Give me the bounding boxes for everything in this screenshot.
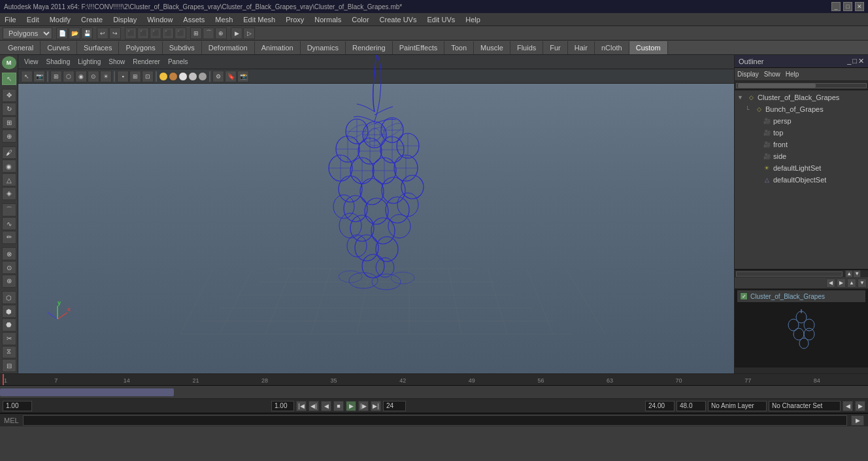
outliner-item-defaultlightset[interactable]: ☀ defaultLightSet [735, 162, 868, 174]
tab-surfaces[interactable]: Surfaces [77, 41, 119, 54]
outliner-menu-help[interactable]: Help [786, 71, 799, 78]
tool-poly-cut[interactable]: ✂ [2, 332, 16, 345]
vp-icon-bookmark[interactable]: 🔖 [225, 71, 237, 82]
toolbar-icon-snap-point[interactable]: ⊕ [215, 27, 227, 39]
vp-menu-show[interactable]: Show [105, 58, 128, 66]
tool-poly-split[interactable]: ⧖ [2, 346, 16, 359]
tool-deform[interactable]: ◈ [2, 187, 16, 200]
toolbar-icon-redo[interactable]: ↪ [109, 27, 121, 39]
tab-curves[interactable]: Curves [41, 41, 77, 54]
tool-move[interactable]: ✥ [2, 89, 16, 102]
menu-mesh[interactable]: Mesh [213, 16, 235, 24]
tool-soft-select[interactable]: ◉ [2, 160, 16, 173]
vp-color-yellow[interactable] [159, 72, 168, 81]
range-end-field[interactable]: 24 [383, 401, 406, 411]
outliner-vscroll[interactable]: ▲ ▼ [735, 269, 868, 277]
outliner-menu-show[interactable]: Show [764, 71, 780, 78]
ob-btn-up[interactable]: ▲ [847, 279, 856, 288]
outliner-item-bunch[interactable]: └ ◇ Bunch_of_Grapes [735, 103, 868, 115]
no-char-set-field[interactable]: No Character Set [769, 401, 841, 411]
vp-icon-panel1[interactable]: ▪ [117, 71, 129, 82]
mel-submit-button[interactable]: ▶ [851, 415, 864, 426]
vp-icon-panel2[interactable]: ⊞ [129, 71, 141, 82]
step-forward-button[interactable]: |▶ [358, 401, 369, 411]
menu-assets[interactable]: Assets [181, 16, 207, 24]
vp-menu-renderer[interactable]: Renderer [129, 58, 163, 66]
vp-icon-capture[interactable]: 📸 [237, 71, 249, 82]
menu-edit-mesh[interactable]: Edit Mesh [241, 16, 277, 24]
toolbar-icon-snap-curve[interactable]: ⌒ [203, 27, 214, 39]
tab-general[interactable]: General [1, 41, 41, 54]
menu-modify[interactable]: Modify [48, 16, 73, 24]
toolbar-icon-2[interactable]: ⬛ [137, 27, 149, 39]
tool-pencil[interactable]: ✏ [2, 231, 16, 244]
outliner-close[interactable]: ✕ [858, 57, 864, 65]
vp-icon-smooth[interactable]: ◉ [75, 71, 87, 82]
vp-color-darkgray[interactable] [198, 72, 207, 81]
tool-paint[interactable]: 🖌 [2, 146, 16, 160]
tab-rendering[interactable]: Rendering [346, 41, 393, 54]
timeline-track[interactable] [0, 386, 868, 399]
toolbar-icon-ipr[interactable]: ▷ [243, 27, 255, 39]
toolbar-icon-1[interactable]: ⬛ [125, 27, 137, 39]
vp-icon-camera[interactable]: 📷 [33, 71, 45, 82]
stop-button[interactable]: ■ [333, 401, 344, 411]
scroll-right-button[interactable]: ▶ [855, 401, 865, 411]
viewport[interactable]: View Shading Lighting Show Renderer Pane… [18, 55, 734, 373]
step-back-button[interactable]: ◀| [309, 401, 319, 411]
mode-dropdown[interactable]: Polygons [3, 27, 52, 39]
jump-start-button[interactable]: |◀ [296, 401, 307, 411]
maya-logo[interactable]: M [2, 56, 16, 69]
menu-edit-uvs[interactable]: Edit UVs [425, 16, 457, 24]
tool-bind[interactable]: ⊛ [2, 275, 16, 288]
outliner-item-persp[interactable]: 🎥 persp [735, 115, 868, 127]
ob-btn-left[interactable]: ◀ [826, 279, 835, 288]
outliner-item-side[interactable]: 🎥 side [735, 150, 868, 162]
ob-btn-down[interactable]: ▼ [858, 279, 867, 288]
menu-color[interactable]: Color [350, 16, 371, 24]
vp-color-orange[interactable] [169, 72, 178, 81]
selected-checkbox[interactable]: ✓ [740, 292, 748, 300]
jump-end-button[interactable]: ▶| [371, 401, 381, 411]
vp-icon-texture[interactable]: ⊙ [88, 71, 99, 82]
vp-icon-light[interactable]: ☀ [100, 71, 112, 82]
scroll-left-button[interactable]: ◀ [843, 401, 853, 411]
tool-transform[interactable]: ⊕ [2, 129, 16, 143]
vp-icon-select[interactable]: ↖ [21, 71, 33, 82]
outliner-item-top[interactable]: 🎥 top [735, 127, 868, 139]
vp-menu-panels[interactable]: Panels [165, 58, 192, 66]
vp-menu-shading[interactable]: Shading [43, 58, 74, 66]
tool-ik[interactable]: ⊙ [2, 261, 16, 274]
toolbar-icon-4[interactable]: ⬛ [162, 27, 174, 39]
minimize-button[interactable]: _ [831, 2, 841, 11]
toolbar-icon-save[interactable]: 💾 [81, 27, 93, 39]
tab-toon[interactable]: Toon [444, 41, 474, 54]
tool-poly-offset[interactable]: ⊟ [2, 359, 16, 372]
tab-custom[interactable]: Custom [629, 41, 668, 54]
tab-dynamics[interactable]: Dynamics [301, 41, 346, 54]
toolbar-icon-render[interactable]: ▶ [231, 27, 242, 39]
menu-edit[interactable]: Edit [25, 16, 41, 24]
timeline-ruler[interactable]: 1 7 14 21 28 35 42 49 56 63 70 77 84 [0, 374, 868, 386]
tab-painteffects[interactable]: PaintEffects [393, 41, 445, 54]
toolbar-icon-new[interactable]: 📄 [56, 27, 68, 39]
vp-color-gray[interactable] [188, 72, 197, 81]
toolbar-icon-3[interactable]: ⬛ [150, 27, 161, 39]
tab-polygons[interactable]: Polygons [119, 41, 162, 54]
outliner-scroll-bar[interactable] [735, 81, 868, 90]
range-start-field[interactable]: 1.00 [271, 401, 294, 411]
play-back-button[interactable]: ◀ [321, 401, 331, 411]
menu-create[interactable]: Create [79, 16, 105, 24]
maximize-button[interactable]: □ [843, 2, 852, 11]
mel-input-field[interactable] [23, 415, 847, 426]
menu-proxy[interactable]: Proxy [284, 16, 306, 24]
close-button[interactable]: ✕ [855, 2, 864, 11]
menu-help[interactable]: Help [463, 16, 482, 24]
outliner-item-front[interactable]: 🎥 front [735, 139, 868, 150]
menu-window[interactable]: Window [145, 16, 175, 24]
fps-field[interactable]: 48.0 [676, 401, 706, 411]
no-anim-layer-field[interactable]: No Anim Layer [708, 401, 767, 411]
tool-select[interactable]: ↖ [2, 73, 16, 86]
tool-joint[interactable]: ⊗ [2, 247, 16, 260]
ob-btn-right[interactable]: ▶ [837, 279, 846, 288]
